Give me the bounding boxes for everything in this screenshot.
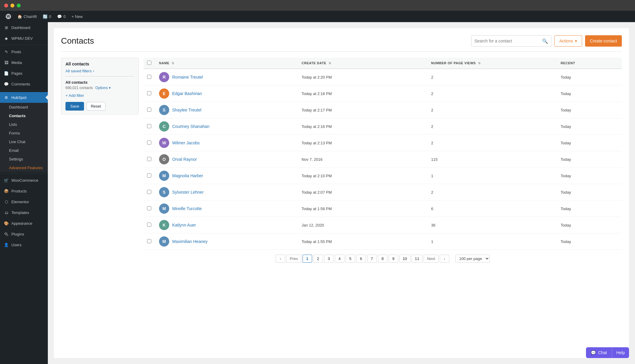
row-checkbox[interactable] (147, 157, 151, 161)
page-2-button[interactable]: 2 (313, 255, 323, 263)
prev-label-button[interactable]: Prev (286, 255, 301, 263)
row-checkbox[interactable] (147, 223, 151, 227)
admin-bar-updates[interactable]: 🔄 0 (40, 11, 54, 22)
contact-name[interactable]: Shaylee Treutel (172, 108, 201, 112)
contact-name[interactable]: Katlynn Auer (172, 223, 196, 227)
submenu-hs-settings[interactable]: Settings (0, 155, 48, 163)
page-3-button[interactable]: 3 (324, 255, 334, 263)
sidebar-item-media[interactable]: 🖼 Media (0, 57, 48, 68)
svg-text:W: W (7, 14, 10, 19)
all-contacts-label[interactable]: All contacts (65, 62, 134, 66)
pagination: ‹ Prev 1 2 3 4 5 6 7 8 9 10 11 Next (144, 250, 622, 265)
traffic-light-red[interactable] (4, 4, 8, 7)
sidebar-divider-2 (0, 91, 48, 91)
prev-button[interactable]: ‹ (276, 255, 285, 263)
contact-name[interactable]: Magnolia Harber (172, 173, 203, 178)
next-button[interactable]: › (440, 255, 449, 263)
col-header-pageviews: NUMBER OF PAGE VIEWS ⇅ (428, 58, 557, 69)
filter-actions: Save Reset (65, 102, 134, 111)
contact-name[interactable]: Orval Raynor (172, 157, 197, 162)
sidebar-item-users[interactable]: 👤 Users (0, 239, 48, 250)
admin-bar-comments[interactable]: 💬 0 (54, 11, 68, 22)
contact-name[interactable]: Mireille Turcotte (172, 206, 202, 211)
row-checkbox[interactable] (147, 91, 151, 95)
per-page-select[interactable]: 100 per page 25 per page 50 per page (455, 255, 490, 263)
sidebar-item-products[interactable]: 📦 Products (0, 186, 48, 196)
row-checkbox[interactable] (147, 190, 151, 194)
dashboard-icon: ⊞ (4, 25, 9, 30)
page-4-button[interactable]: 4 (335, 255, 344, 263)
contact-name[interactable]: Wilmer Jacobs (172, 140, 200, 145)
table-row: W Wilmer Jacobs Today at 2:13 PM 2 Today (144, 135, 622, 151)
create-contact-button[interactable]: Create contact (585, 35, 622, 47)
add-filter-button[interactable]: + Add filter (65, 93, 134, 98)
submenu-hs-forms[interactable]: Forms (0, 129, 48, 137)
date-sort-icon[interactable]: ⇅ (329, 62, 331, 65)
submenu-hs-contacts[interactable]: Contacts (0, 111, 48, 120)
actions-button[interactable]: Actions ▾ (554, 35, 582, 47)
wp-logo-btn[interactable]: W (2, 11, 14, 22)
page-6-button[interactable]: 6 (356, 255, 366, 263)
page-views-cell: 1 (428, 168, 557, 184)
page-title: Contacts (61, 36, 94, 46)
page-7-button[interactable]: 7 (367, 255, 377, 263)
contact-name[interactable]: Edgar Bashirian (172, 91, 202, 96)
row-checkbox[interactable] (147, 206, 151, 210)
page-5-button[interactable]: 5 (346, 255, 355, 263)
traffic-light-green[interactable] (17, 4, 21, 7)
sidebar-item-dashboard[interactable]: ⊞ Dashboard (0, 22, 48, 33)
hubspot-submenu: Dashboard Contacts Lists Forms Live Chat… (0, 103, 48, 172)
row-checkbox[interactable] (147, 124, 151, 128)
row-checkbox[interactable] (147, 173, 151, 178)
chat-button[interactable]: 💬 Chat (586, 347, 612, 358)
sidebar-item-woocommerce[interactable]: 🛒 WooCommerce (0, 175, 48, 186)
page-views-cell: 2 (428, 135, 557, 151)
submenu-hs-dashboard[interactable]: Dashboard (0, 103, 48, 111)
col-header-date: CREATE DATE ⇅ (298, 58, 428, 69)
pageviews-sort-icon[interactable]: ⇅ (478, 62, 481, 65)
row-checkbox[interactable] (147, 108, 151, 112)
contact-name[interactable]: Romaine Treutel (172, 75, 203, 79)
create-date-cell: Today at 2:20 PM (298, 69, 428, 85)
name-sort-icon[interactable]: ⇅ (172, 62, 174, 65)
page-1-button[interactable]: 1 (303, 255, 312, 263)
table-row: M Maximilian Heaney Today at 1:55 PM 1 T… (144, 233, 622, 250)
sidebar-item-pages[interactable]: 📄 Pages (0, 68, 48, 79)
row-checkbox[interactable] (147, 239, 151, 243)
traffic-light-yellow[interactable] (10, 4, 14, 7)
submenu-hs-advanced[interactable]: Advanced Features (0, 163, 48, 172)
sidebar-item-plugins[interactable]: 🔌 Plugins (0, 229, 48, 239)
contact-name[interactable]: Courtney Shanahan (172, 124, 210, 129)
submenu-hs-livechat[interactable]: Live Chat (0, 137, 48, 146)
page-9-button[interactable]: 9 (389, 255, 398, 263)
admin-bar-new[interactable]: + New (69, 11, 86, 22)
options-link[interactable]: Options ▾ (95, 86, 111, 90)
contact-name[interactable]: Sylvester Lehner (172, 190, 204, 195)
reset-filter-button[interactable]: Reset (86, 102, 106, 111)
contact-name[interactable]: Maximilian Heaney (172, 239, 207, 244)
page-8-button[interactable]: 8 (378, 255, 387, 263)
submenu-hs-lists[interactable]: Lists (0, 120, 48, 129)
admin-bar-site[interactable]: 🏠 Chairlift (14, 11, 40, 22)
sidebar-divider-3 (0, 173, 48, 174)
sidebar-item-hubspot[interactable]: ⚙ HubSpot (0, 92, 48, 103)
save-filter-button[interactable]: Save (65, 102, 84, 111)
submenu-hs-email[interactable]: Email (0, 146, 48, 155)
sidebar-item-comments[interactable]: 💬 Comments (0, 79, 48, 89)
sidebar-item-wpmu[interactable]: ◆ WPMU DEV (0, 33, 48, 44)
saved-filters-link[interactable]: All saved filters › (65, 69, 134, 73)
sidebar-item-appearance[interactable]: 🎨 Appearance (0, 218, 48, 229)
row-checkbox[interactable] (147, 140, 151, 145)
sidebar-item-elementor[interactable]: ⬡ Elementor (0, 196, 48, 207)
content-header: Contacts 🔍 Actions ▾ Create contact (61, 35, 622, 47)
sidebar-item-posts[interactable]: ✎ Posts (0, 46, 48, 57)
help-button[interactable]: Help (612, 347, 629, 358)
page-11-button[interactable]: 11 (412, 255, 423, 263)
sidebar-item-templates[interactable]: 🗂 Templates (0, 207, 48, 218)
search-input[interactable] (474, 39, 540, 43)
page-10-button[interactable]: 10 (399, 255, 410, 263)
row-checkbox[interactable] (147, 75, 151, 79)
next-label-button[interactable]: Next (424, 255, 438, 263)
recent-cell: Today (557, 217, 622, 233)
select-all-checkbox[interactable] (147, 61, 151, 65)
